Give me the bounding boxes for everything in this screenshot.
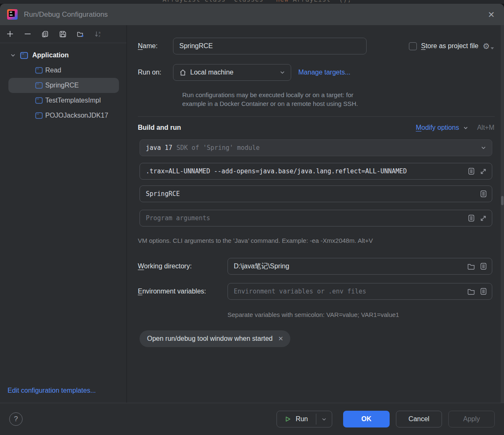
tree-node-pojojacksonjdk17[interactable]: POJOJacksonJDK17 xyxy=(8,108,119,123)
ok-button[interactable]: OK xyxy=(343,411,390,427)
sort-alphabetically-icon[interactable]: az xyxy=(94,30,102,38)
home-icon xyxy=(179,69,186,76)
tree-node-read[interactable]: Read xyxy=(8,63,119,78)
vertical-scrollbar[interactable] xyxy=(501,25,504,403)
vm-options-hint: VM options. CLI arguments to the ’Java’ … xyxy=(138,237,504,244)
macros-list-icon[interactable] xyxy=(480,263,487,270)
background-code-keyword: new xyxy=(276,0,289,3)
tree-node-springrce-selected[interactable]: SpringRCE xyxy=(8,78,119,93)
tree-node-testtemplatesimpl[interactable]: TestTemplatesImpl xyxy=(8,93,119,108)
chip-label: Open run/debug tool window when started xyxy=(147,335,273,342)
new-folder-icon[interactable] xyxy=(77,30,84,38)
dialog-title: Run/Debug Configurations xyxy=(24,10,108,19)
cancel-button[interactable]: Cancel xyxy=(396,411,442,427)
background-code-text: ArrayList class Classes xyxy=(163,0,276,3)
modify-options-link[interactable]: Modify options xyxy=(416,124,459,131)
application-run-config-icon xyxy=(35,67,43,74)
program-arguments-input[interactable]: Program arguments xyxy=(140,210,492,227)
macros-list-icon[interactable] xyxy=(480,190,487,198)
modify-options-shortcut: Alt+M xyxy=(477,124,494,131)
macros-list-icon[interactable] xyxy=(468,214,475,222)
sdk-description: SDK of 'Spring' module xyxy=(176,144,260,152)
screen: ArrayList class Classes new ArrayList ()… xyxy=(0,0,504,435)
intellij-idea-logo-icon xyxy=(7,9,18,20)
store-as-project-file-checkbox[interactable] xyxy=(409,42,417,50)
run-on-value: Local machine xyxy=(190,69,233,76)
background-ide-code: ArrayList class Classes new ArrayList ()… xyxy=(0,0,504,4)
application-run-config-icon xyxy=(35,82,43,89)
run-play-icon xyxy=(284,416,291,422)
tree-node-label: POJOJacksonJDK17 xyxy=(45,112,108,119)
vm-options-input[interactable]: .trax=ALL-UNNAMED --add-opens=java.base/… xyxy=(140,163,492,180)
working-directory-value: D:\java笔记\Spring xyxy=(234,262,289,271)
environment-variables-hint: Separate variables with semicolon: VAR=v… xyxy=(227,311,504,318)
run-on-combo[interactable]: Local machine xyxy=(173,64,291,81)
tree-node-label: Read xyxy=(45,67,61,74)
build-and-run-heading: Build and run xyxy=(138,124,181,131)
environment-variables-placeholder: Environment variables or .env files xyxy=(234,288,366,295)
browse-folder-icon[interactable] xyxy=(467,288,475,295)
configurations-sidebar: az Application Read Sprin xyxy=(0,25,127,403)
dialog-titlebar[interactable]: Run/Debug Configurations ✕ xyxy=(0,4,504,25)
chevron-down-icon xyxy=(480,144,487,151)
run-options-chevron[interactable] xyxy=(316,411,332,427)
run-on-description: Run configurations may be executed local… xyxy=(182,90,504,108)
svg-text:z: z xyxy=(98,34,100,38)
name-label: Name: xyxy=(138,42,173,50)
chevron-down-icon xyxy=(463,125,469,131)
run-split-button[interactable]: Run xyxy=(277,411,332,427)
chevron-down-icon xyxy=(321,416,327,422)
manage-targets-link[interactable]: Manage targets... xyxy=(298,69,351,76)
add-icon[interactable] xyxy=(6,30,14,38)
tree-node-application[interactable]: Application xyxy=(0,48,127,63)
help-button[interactable]: ? xyxy=(9,412,23,426)
background-code-text-end: ArrayList (); xyxy=(289,0,352,3)
name-input[interactable]: SpringRCE xyxy=(173,38,367,54)
working-directory-input[interactable]: D:\java笔记\Spring xyxy=(227,258,492,275)
scrollbar-thumb[interactable] xyxy=(501,196,504,205)
application-run-config-icon xyxy=(35,112,43,119)
dialog-footer: ? Run OK Cancel Apply xyxy=(0,403,504,435)
store-settings-gear-icon[interactable]: ⚙ xyxy=(483,42,494,50)
sidebar-toolbar: az xyxy=(0,25,127,43)
configuration-form: Name: SpringRCE Store as project file ⚙ … xyxy=(127,25,504,403)
expand-field-icon[interactable] xyxy=(480,215,487,222)
tree-node-label: Application xyxy=(32,51,69,59)
tree-node-label: TestTemplatesImpl xyxy=(45,97,101,104)
chevron-down-icon xyxy=(279,69,286,76)
store-as-project-file-label: Store as project file xyxy=(421,42,478,50)
edit-configuration-templates-link[interactable]: Edit configuration templates... xyxy=(8,387,127,394)
save-configuration-icon[interactable] xyxy=(59,30,67,38)
configurations-tree: Application Read SpringRCE TestTemplates… xyxy=(0,43,127,387)
jre-sdk-combo[interactable]: java 17 SDK of 'Spring' module xyxy=(140,139,492,156)
chip-close-icon[interactable]: ✕ xyxy=(278,335,284,342)
sdk-version: java 17 xyxy=(146,144,172,152)
section-divider xyxy=(138,116,495,117)
tree-node-label: SpringRCE xyxy=(45,82,79,89)
application-run-config-icon xyxy=(35,97,43,104)
open-tool-window-chip[interactable]: Open run/debug tool window when started … xyxy=(140,330,290,347)
macros-list-icon[interactable] xyxy=(480,288,487,295)
browse-folder-icon[interactable] xyxy=(467,263,475,270)
run-debug-configurations-dialog: Run/Debug Configurations ✕ xyxy=(0,4,504,435)
expand-field-icon[interactable] xyxy=(480,168,487,175)
environment-variables-label: Environment variables: xyxy=(138,288,227,295)
run-button-label: Run xyxy=(296,415,308,423)
run-on-label: Run on: xyxy=(138,69,173,76)
application-run-config-icon xyxy=(20,52,28,59)
copy-configuration-icon[interactable] xyxy=(41,30,49,38)
chevron-down-icon[interactable] xyxy=(10,52,16,59)
close-icon[interactable]: ✕ xyxy=(488,10,495,19)
remove-icon[interactable] xyxy=(24,30,31,38)
vm-options-value: .trax=ALL-UNNAMED --add-opens=java.base/… xyxy=(146,167,407,175)
working-directory-label: Working directory: xyxy=(138,263,227,270)
main-class-value: SpringRCE xyxy=(146,190,180,198)
main-class-input[interactable]: SpringRCE xyxy=(140,185,492,202)
program-arguments-placeholder: Program arguments xyxy=(146,214,210,222)
macros-list-icon[interactable] xyxy=(468,167,475,175)
apply-button-disabled[interactable]: Apply xyxy=(448,411,495,427)
environment-variables-input[interactable]: Environment variables or .env files xyxy=(227,283,492,300)
